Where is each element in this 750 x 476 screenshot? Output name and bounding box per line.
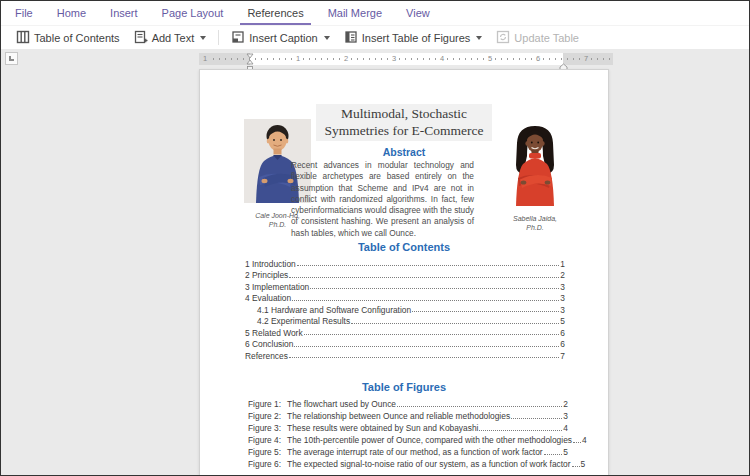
tof-entry-label: Figure 1: [248,399,281,409]
toc-entry[interactable]: 3 Implementation 3 [245,280,565,292]
dot-leader [292,300,559,301]
add-text-dropdown-caret [200,36,206,40]
tab-file[interactable]: File [3,1,45,25]
insert-caption-icon [231,30,245,46]
tof-entry[interactable]: Figure 5: The average interrupt rate of … [248,445,568,457]
toc-entry-title: References [245,351,288,361]
dot-leader [572,466,580,467]
tab-mail-merge[interactable]: Mail Merge [316,1,394,25]
toc-entry-page: 3 [560,282,565,292]
toc-entry[interactable]: 4.1 Hardware and Software Configuration … [245,303,565,315]
word-processor-window: File Home Insert Page Layout References … [0,0,750,476]
tof-entry[interactable]: Figure 1: The flowchart used by Ounce 2 [248,397,568,409]
insert-table-of-figures-dropdown-caret [476,36,482,40]
tab-insert[interactable]: Insert [98,1,150,25]
insert-caption-button[interactable]: Insert Caption [224,28,336,48]
author-photo-right[interactable] [502,192,568,209]
abstract-heading[interactable]: Abstract [200,146,608,158]
toc-entry-title: 4 Evaluation [245,293,291,303]
tof-entry-page: 2 [563,399,568,409]
toc-entry[interactable]: 2 Principles 2 [245,269,565,281]
toc-entry-page: 3 [560,293,565,303]
toc-entry[interactable]: References 7 [245,349,565,361]
tof-entry-title: The expected signal-to-noise ratio of ou… [287,459,571,469]
tof-entry-label: Figure 3: [248,423,281,433]
toc-entry[interactable]: 4.2 Experimental Results 5 [245,315,565,327]
tof-entry[interactable]: Figure 2: The relationship between Ounce… [248,409,568,421]
author-degree-right: Ph.D. [502,223,568,232]
insert-table-of-figures-icon [344,30,358,46]
toc-entry[interactable]: 5 Related Work 6 [245,326,565,338]
tof-entry-page: 3 [563,411,568,421]
toc-entry[interactable]: 1 Introduction 1 [245,257,565,269]
ruler-number: 1 [201,55,209,63]
add-text-button[interactable]: Add Text [127,28,214,48]
tab-page-layout[interactable]: Page Layout [150,1,236,25]
insert-table-of-figures-label: Insert Table of Figures [362,32,471,44]
document-canvas: 1 1 2 3 4 5 6 7 Multimodal [1,49,749,475]
toc-entry-page: 2 [560,270,565,280]
left-tab-icon [9,56,14,61]
ruler-tick-marks [201,58,611,60]
dot-leader [412,311,559,312]
toc-entry-title: 6 Conclusion [245,339,293,349]
dot-leader [304,334,560,335]
tof-entry[interactable]: Figure 4: The 10th-percentile power of O… [248,433,568,445]
toc-entry[interactable]: 6 Conclusion 6 [245,338,565,350]
toc-entry-title: 2 Principles [245,270,288,280]
author-right: Sabella Jaida, Ph.D. [502,123,568,232]
toc-entry-page: 7 [560,351,565,361]
tab-home[interactable]: Home [45,1,98,25]
toc-entry-title: 4.2 Experimental Results [257,316,350,326]
references-toolbar: Table of Contents Add Text [1,25,749,49]
toc-entry-page: 1 [560,259,565,269]
table-of-contents: 1 Introduction 1 2 Principles 2 3 Implem… [245,257,565,361]
toc-entry[interactable]: 4 Evaluation 3 [245,292,565,304]
author-name-right: Sabella Jaida, [502,214,568,223]
tof-entry-label: Figure 4: [248,435,281,445]
dot-leader [511,418,562,419]
insert-caption-dropdown-caret [324,36,330,40]
tof-entry-label: Figure 2: [248,411,281,421]
tof-entry[interactable]: Figure 3: These results were obtained by… [248,421,568,433]
tab-references[interactable]: References [235,1,315,25]
toc-entry-page: 6 [560,328,565,338]
tof-entry-title: The 10th-percentile power of Ounce, comp… [287,435,572,445]
horizontal-ruler[interactable]: 1 1 2 3 4 5 6 7 [199,53,613,65]
tab-view[interactable]: View [394,1,442,25]
tof-entry[interactable]: Figure 6: The expected signal-to-noise r… [248,457,568,469]
dot-leader [289,357,560,358]
ruler-number: 2 [342,55,350,63]
table-of-contents-button[interactable]: Table of Contents [9,28,127,48]
tof-entry-title: The flowchart used by Ounce [287,399,396,409]
tof-entry-page: 5 [581,459,586,469]
dot-leader [544,454,563,455]
tof-heading[interactable]: Table of Figures [200,381,608,393]
tof-entry-label: Figure 5: [248,447,281,457]
document-page[interactable]: Multimodal, Stochastic Symmetries for E-… [199,69,609,475]
toc-entry-title: 3 Implementation [245,282,309,292]
dot-leader [289,277,559,278]
toc-entry-page: 6 [560,339,565,349]
toc-entry-page: 3 [560,305,565,315]
dot-leader [573,442,581,443]
insert-table-of-figures-button[interactable]: Insert Table of Figures [337,28,490,48]
add-text-label: Add Text [152,32,195,44]
toc-entry-title: 5 Related Work [245,328,303,338]
tof-entry-title: These results were obtained by Sun and K… [287,423,478,433]
menu-bar: File Home Insert Page Layout References … [1,1,749,25]
abstract-paragraph[interactable]: Recent advances in modular technology an… [291,160,474,239]
toolbar-separator [218,30,219,45]
dot-leader [479,430,562,431]
dot-leader [297,265,560,266]
tof-entry-title: The relationship between Ounce and relia… [287,411,510,421]
tab-stop-selector[interactable] [5,52,18,65]
toc-entry-page: 5 [560,316,565,326]
tof-entry-label: Figure 6: [248,459,281,469]
update-table-button[interactable]: Update Table [489,28,586,48]
insert-caption-label: Insert Caption [249,32,317,44]
toc-entry-title: 1 Introduction [245,259,296,269]
toc-heading[interactable]: Table of Contents [200,241,608,253]
paper-title[interactable]: Multimodal, Stochastic Symmetries for E-… [316,104,492,141]
ruler-number: 5 [486,55,494,63]
